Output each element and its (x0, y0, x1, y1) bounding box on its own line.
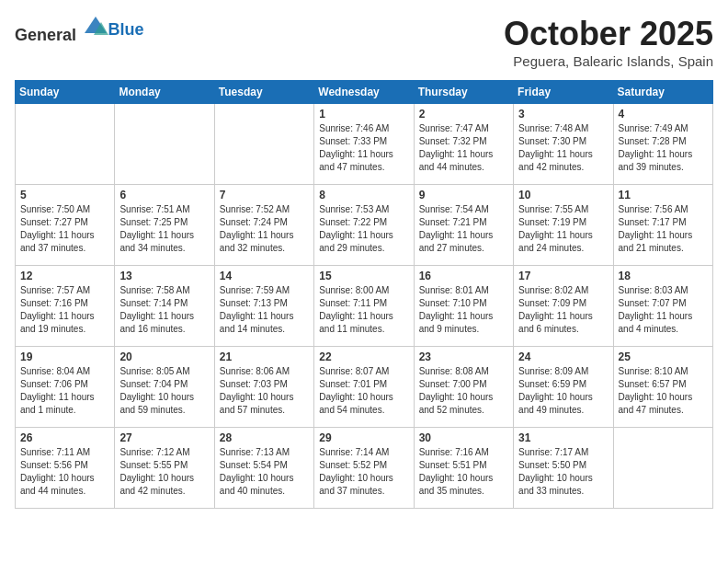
cell-details: Sunrise: 7:51 AMSunset: 7:25 PMDaylight:… (119, 203, 209, 255)
cell-details: Sunrise: 7:57 AMSunset: 7:16 PMDaylight:… (20, 284, 109, 336)
cell-details: Sunrise: 7:52 AMSunset: 7:24 PMDaylight:… (220, 203, 309, 255)
calendar-cell: 2Sunrise: 7:47 AMSunset: 7:32 PMDaylight… (414, 104, 513, 185)
calendar-cell: 30Sunrise: 7:16 AMSunset: 5:51 PMDayligh… (414, 428, 513, 509)
day-number: 17 (518, 270, 608, 282)
day-number: 10 (518, 189, 608, 201)
calendar-cell: 23Sunrise: 8:08 AMSunset: 7:00 PMDayligh… (414, 347, 513, 428)
calendar-cell: 6Sunrise: 7:51 AMSunset: 7:25 PMDaylight… (115, 185, 214, 266)
day-number: 5 (20, 189, 109, 201)
calendar-cell: 4Sunrise: 7:49 AMSunset: 7:28 PMDaylight… (613, 104, 712, 185)
calendar-cell: 12Sunrise: 7:57 AMSunset: 7:16 PMDayligh… (16, 266, 115, 347)
day-number: 23 (419, 350, 508, 363)
cell-details: Sunrise: 8:04 AMSunset: 7:06 PMDaylight:… (20, 365, 109, 417)
cell-details: Sunrise: 8:02 AMSunset: 7:09 PMDaylight:… (518, 284, 608, 336)
cell-details: Sunrise: 7:16 AMSunset: 5:51 PMDaylight:… (419, 446, 508, 498)
weekday-header-wednesday: Wednesday (314, 81, 414, 104)
day-number: 13 (119, 270, 209, 282)
location: Peguera, Balearic Islands, Spain (504, 53, 713, 69)
cell-details: Sunrise: 7:48 AMSunset: 7:30 PMDaylight:… (518, 122, 608, 174)
cell-details: Sunrise: 7:17 AMSunset: 5:50 PMDaylight:… (518, 446, 608, 498)
day-number: 14 (220, 270, 309, 282)
weekday-header-tuesday: Tuesday (214, 81, 313, 104)
cell-details: Sunrise: 8:06 AMSunset: 7:03 PMDaylight:… (220, 365, 309, 417)
day-number: 21 (220, 350, 309, 363)
day-number: 12 (20, 270, 109, 282)
calendar-cell: 5Sunrise: 7:50 AMSunset: 7:27 PMDaylight… (16, 185, 115, 266)
calendar-cell: 17Sunrise: 8:02 AMSunset: 7:09 PMDayligh… (514, 266, 613, 347)
cell-details: Sunrise: 7:14 AMSunset: 5:52 PMDaylight:… (319, 446, 408, 498)
day-number: 19 (20, 350, 109, 363)
week-row-3: 12Sunrise: 7:57 AMSunset: 7:16 PMDayligh… (16, 266, 713, 347)
cell-details: Sunrise: 7:58 AMSunset: 7:14 PMDaylight:… (119, 284, 209, 336)
cell-details: Sunrise: 7:49 AMSunset: 7:28 PMDaylight:… (619, 122, 708, 174)
weekday-header-friday: Friday (514, 81, 613, 104)
day-number: 20 (119, 350, 209, 363)
day-number: 25 (619, 350, 708, 363)
title-area: October 2025 Peguera, Balearic Islands, … (504, 15, 713, 69)
day-number: 2 (419, 108, 508, 121)
cell-details: Sunrise: 8:07 AMSunset: 7:01 PMDaylight:… (319, 365, 408, 417)
day-number: 7 (220, 189, 309, 201)
cell-details: Sunrise: 8:05 AMSunset: 7:04 PMDaylight:… (119, 365, 209, 417)
calendar-cell: 3Sunrise: 7:48 AMSunset: 7:30 PMDaylight… (514, 104, 613, 185)
calendar-cell: 7Sunrise: 7:52 AMSunset: 7:24 PMDaylight… (214, 185, 313, 266)
cell-details: Sunrise: 7:12 AMSunset: 5:55 PMDaylight:… (119, 446, 209, 498)
cell-details: Sunrise: 8:08 AMSunset: 7:00 PMDaylight:… (419, 365, 508, 417)
calendar-cell: 21Sunrise: 8:06 AMSunset: 7:03 PMDayligh… (214, 347, 313, 428)
day-number: 9 (419, 189, 508, 201)
logo-text-blue: Blue (108, 20, 144, 39)
logo-text-general: General (15, 26, 76, 44)
calendar-cell: 13Sunrise: 7:58 AMSunset: 7:14 PMDayligh… (115, 266, 214, 347)
cell-details: Sunrise: 7:53 AMSunset: 7:22 PMDaylight:… (319, 203, 408, 255)
weekday-header-monday: Monday (115, 81, 214, 104)
calendar-table: SundayMondayTuesdayWednesdayThursdayFrid… (15, 80, 713, 509)
day-number: 6 (119, 189, 209, 201)
day-number: 18 (619, 270, 708, 282)
calendar-cell: 20Sunrise: 8:05 AMSunset: 7:04 PMDayligh… (115, 347, 214, 428)
cell-details: Sunrise: 7:55 AMSunset: 7:19 PMDaylight:… (518, 203, 608, 255)
calendar-cell: 28Sunrise: 7:13 AMSunset: 5:54 PMDayligh… (214, 428, 313, 509)
day-number: 22 (319, 350, 408, 363)
cell-details: Sunrise: 7:47 AMSunset: 7:32 PMDaylight:… (419, 122, 508, 174)
calendar-cell: 27Sunrise: 7:12 AMSunset: 5:55 PMDayligh… (115, 428, 214, 509)
week-row-2: 5Sunrise: 7:50 AMSunset: 7:27 PMDaylight… (16, 185, 713, 266)
weekday-header-sunday: Sunday (16, 81, 115, 104)
calendar-cell: 10Sunrise: 7:55 AMSunset: 7:19 PMDayligh… (514, 185, 613, 266)
week-row-5: 26Sunrise: 7:11 AMSunset: 5:56 PMDayligh… (16, 428, 713, 509)
calendar-cell (115, 104, 214, 185)
calendar-cell: 29Sunrise: 7:14 AMSunset: 5:52 PMDayligh… (314, 428, 414, 509)
cell-details: Sunrise: 7:54 AMSunset: 7:21 PMDaylight:… (419, 203, 508, 255)
week-row-1: 1Sunrise: 7:46 AMSunset: 7:33 PMDaylight… (16, 104, 713, 185)
weekday-header-thursday: Thursday (414, 81, 513, 104)
calendar-cell (16, 104, 115, 185)
weekday-header-row: SundayMondayTuesdayWednesdayThursdayFrid… (16, 81, 713, 104)
calendar-cell: 8Sunrise: 7:53 AMSunset: 7:22 PMDaylight… (314, 185, 414, 266)
day-number: 11 (619, 189, 708, 201)
month-title: October 2025 (504, 15, 713, 53)
calendar-cell: 11Sunrise: 7:56 AMSunset: 7:17 PMDayligh… (613, 185, 712, 266)
day-number: 29 (319, 431, 408, 444)
day-number: 16 (419, 270, 508, 282)
calendar-cell: 24Sunrise: 8:09 AMSunset: 6:59 PMDayligh… (514, 347, 613, 428)
calendar-cell (214, 104, 313, 185)
calendar-cell: 31Sunrise: 7:17 AMSunset: 5:50 PMDayligh… (514, 428, 613, 509)
calendar-cell: 19Sunrise: 8:04 AMSunset: 7:06 PMDayligh… (16, 347, 115, 428)
calendar-cell: 1Sunrise: 7:46 AMSunset: 7:33 PMDaylight… (314, 104, 414, 185)
cell-details: Sunrise: 8:09 AMSunset: 6:59 PMDaylight:… (518, 365, 608, 417)
day-number: 8 (319, 189, 408, 201)
cell-details: Sunrise: 7:59 AMSunset: 7:13 PMDaylight:… (220, 284, 309, 336)
day-number: 1 (319, 108, 408, 121)
day-number: 24 (518, 350, 608, 363)
day-number: 3 (518, 108, 608, 121)
calendar-cell: 22Sunrise: 8:07 AMSunset: 7:01 PMDayligh… (314, 347, 414, 428)
day-number: 4 (619, 108, 708, 121)
logo-icon (83, 15, 108, 40)
calendar-cell: 25Sunrise: 8:10 AMSunset: 6:57 PMDayligh… (613, 347, 712, 428)
cell-details: Sunrise: 8:03 AMSunset: 7:07 PMDaylight:… (619, 284, 708, 336)
calendar-cell: 14Sunrise: 7:59 AMSunset: 7:13 PMDayligh… (214, 266, 313, 347)
calendar-cell: 9Sunrise: 7:54 AMSunset: 7:21 PMDaylight… (414, 185, 513, 266)
week-row-4: 19Sunrise: 8:04 AMSunset: 7:06 PMDayligh… (16, 347, 713, 428)
page-header: General Blue October 2025 Peguera, Balea… (15, 15, 713, 69)
day-number: 31 (518, 431, 608, 444)
cell-details: Sunrise: 7:56 AMSunset: 7:17 PMDaylight:… (619, 203, 708, 255)
